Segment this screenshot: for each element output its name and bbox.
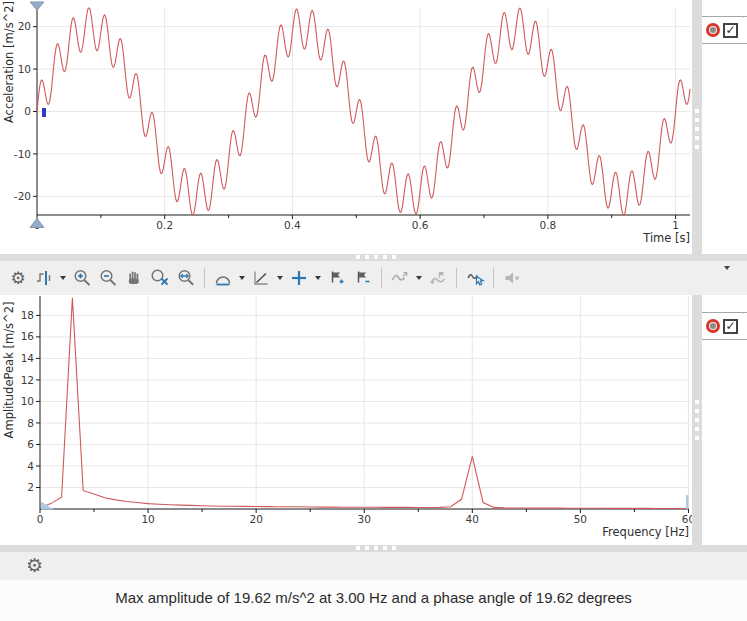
measurement-app-window: 00.20.40.60.81-20-1001020Time [s]Acceler… <box>0 0 747 621</box>
audio-mute-button[interactable] <box>501 267 523 289</box>
trace-visibility-checkbox[interactable]: ✓ <box>723 319 738 334</box>
remove-flag-button[interactable] <box>352 267 374 289</box>
chevron-down-icon <box>724 266 730 270</box>
y-tick-label: 16 <box>21 330 35 342</box>
crosshair-tool-dropdown[interactable] <box>314 267 322 289</box>
pan-button[interactable] <box>123 267 145 289</box>
horizontal-splitter[interactable] <box>0 254 747 261</box>
time-waveform-chart[interactable]: 00.20.40.60.81-20-1001020Time [s]Acceler… <box>0 0 692 254</box>
flag-peaks-button[interactable] <box>427 267 449 289</box>
toolbar-separator <box>381 268 382 288</box>
x-tick-label: 1 <box>672 219 679 231</box>
amplitude-spectrum-chart[interactable]: 010203040506024681012141618Frequency [Hz… <box>0 295 692 545</box>
slope-tool-dropdown[interactable] <box>276 267 284 289</box>
slope-tool-button[interactable] <box>250 267 272 289</box>
result-settings-row: ⚙ <box>0 552 747 580</box>
y-tick-label: 14 <box>21 352 35 364</box>
envelope-tool-dropdown[interactable] <box>238 267 246 289</box>
flag-peaks-icon <box>428 268 448 288</box>
x-axis-title: Time [s] <box>642 231 690 245</box>
zoom-cancel-button[interactable] <box>149 267 171 289</box>
chevron-down-icon <box>416 276 422 280</box>
y-tick-label: -10 <box>14 148 31 160</box>
envelope-tool-button[interactable] <box>212 267 234 289</box>
add-flag-button[interactable] <box>326 267 348 289</box>
x-tick-label: 50 <box>574 513 587 525</box>
y-axis-handle-top-icon[interactable] <box>30 2 44 10</box>
select-trace-button[interactable] <box>464 267 486 289</box>
y-axis-handle-bottom-icon[interactable] <box>30 219 44 228</box>
status-bar: Max amplitude of 19.62 m/s^2 at 3.00 Hz … <box>0 580 747 621</box>
chevron-down-icon <box>239 276 245 280</box>
splitter-grip <box>695 109 699 149</box>
y-tick-label: 0 <box>24 105 31 117</box>
x-tick-label: 0 <box>37 513 44 525</box>
splitter-grip <box>356 546 396 550</box>
crosshair-tool-button[interactable] <box>288 267 310 289</box>
gear-icon[interactable]: ⚙ <box>26 556 43 575</box>
pan-hand-icon <box>124 268 144 288</box>
zoom-extents-icon <box>176 268 196 288</box>
y-axis-title: Acceleration [m/s^2] <box>2 1 16 123</box>
y-tick-label: 10 <box>21 395 34 407</box>
y-axis-title: AmplitudePeak [m/s^2] <box>2 302 16 439</box>
cursor-tool-dropdown[interactable] <box>59 267 67 289</box>
peak-search-icon <box>390 268 410 288</box>
crosshair-icon <box>289 268 309 288</box>
y-tick-label: -20 <box>14 190 31 202</box>
vertical-splitter[interactable] <box>692 295 702 545</box>
zoom-extents-button[interactable] <box>175 267 197 289</box>
vertical-splitter[interactable] <box>692 0 702 254</box>
y-axis-cursor-marker[interactable] <box>42 108 46 117</box>
y-tick-label: 18 <box>21 309 34 321</box>
horizontal-splitter[interactable] <box>0 545 747 552</box>
toolbar-separator <box>204 268 205 288</box>
splitter-grip <box>695 400 699 440</box>
zoom-out-icon <box>98 268 118 288</box>
y-tick-label: 6 <box>27 438 34 450</box>
x-tick-label: 0.8 <box>540 219 557 231</box>
zoom-in-icon <box>72 268 92 288</box>
x-axis-cursor-marker-right[interactable] <box>686 495 689 509</box>
toolbar-separator <box>493 268 494 288</box>
toolbar-separator <box>456 268 457 288</box>
time-chart-panel: 00.20.40.60.81-20-1001020Time [s]Acceler… <box>0 0 747 254</box>
zoom-out-button[interactable] <box>97 267 119 289</box>
x-tick-label: 10 <box>141 513 154 525</box>
spectrum-chart-panel: 010203040506024681012141618Frequency [Hz… <box>0 295 747 545</box>
x-tick-label: 60 <box>682 513 692 525</box>
trace-color-indicator-icon[interactable] <box>706 319 720 333</box>
plot-legend: ✓ <box>702 16 747 44</box>
plot-legend: ✓ <box>702 312 747 340</box>
x-tick-label: 0.6 <box>412 219 429 231</box>
y-tick-label: 12 <box>21 374 34 386</box>
x-tick-label: 0.2 <box>156 219 173 231</box>
add-flag-icon <box>327 268 347 288</box>
trace-color-indicator-icon[interactable] <box>706 23 720 37</box>
trace-visibility-checkbox[interactable]: ✓ <box>723 23 738 38</box>
audio-mute-icon <box>502 268 522 288</box>
graph-settings-button[interactable]: ⚙ <box>7 267 29 289</box>
slope-tool-icon <box>251 268 271 288</box>
chevron-down-icon <box>315 276 321 280</box>
peak-search-button[interactable] <box>389 267 411 289</box>
select-trace-icon <box>465 268 485 288</box>
zoom-in-button[interactable] <box>71 267 93 289</box>
gear-icon: ⚙ <box>10 270 25 287</box>
graph-toolbar: ⚙ <box>0 261 747 295</box>
y-tick-label: 2 <box>27 481 34 493</box>
zoom-cancel-icon <box>150 268 170 288</box>
x-axis-title: Frequency [Hz] <box>602 525 689 539</box>
splitter-grip <box>356 255 396 259</box>
status-message: Max amplitude of 19.62 m/s^2 at 3.00 Hz … <box>115 589 632 606</box>
x-tick-label: 20 <box>249 513 262 525</box>
x-tick-label: 40 <box>466 513 479 525</box>
envelope-tool-icon <box>213 268 233 288</box>
toolbar-overflow-button[interactable] <box>721 263 733 273</box>
remove-flag-icon <box>353 268 373 288</box>
x-tick-label: 0.4 <box>284 219 301 231</box>
peak-search-dropdown[interactable] <box>415 267 423 289</box>
y-tick-label: 8 <box>27 417 34 429</box>
cursor-tool-button[interactable] <box>33 267 55 289</box>
cursor-tool-icon <box>34 268 54 288</box>
